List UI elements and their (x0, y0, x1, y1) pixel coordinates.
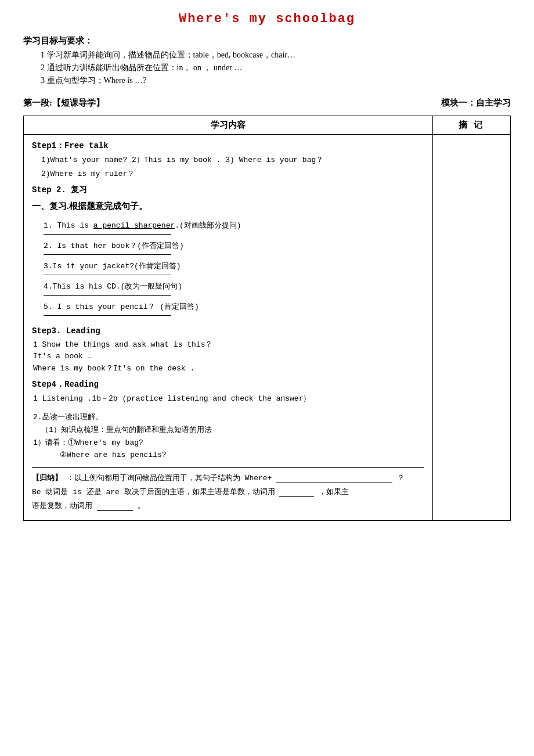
summary-section: 【归纳】 ：以上例句都用于询问物品位置用于，其句子结构为 Where+ ？ Be… (32, 467, 424, 511)
summary-title: 【归纳】 (32, 474, 62, 483)
ex2-answer-line (44, 254, 171, 255)
ex3-text: 3.Is it your jacket?(作肯定回答) (44, 262, 181, 271)
step4-line-4: （1）知识点梳理：重点句的翻译和重点短语的用法 (32, 424, 424, 435)
ex1-suffix: .(对画线部分提问) (175, 221, 241, 230)
objectives-title: 学习目标与要求： (23, 35, 511, 46)
ex2-text: 2. Is that her book？(作否定回答) (44, 242, 184, 250)
step2-subtitle: 一、复习.根据题意完成句子。 (32, 201, 424, 212)
objectives-section: 学习目标与要求： 1 学习新单词并能询问，描述物品的位置；table，bed, … (23, 35, 511, 86)
table-header-content: 学习内容 (24, 116, 433, 135)
exercise-2: 2. Is that her book？(作否定回答) (44, 240, 424, 251)
summary-text3: ，如果主 (319, 488, 349, 496)
page-title: Where's my schoolbag (23, 12, 511, 26)
ex4-text: 4.This is his CD.(改为一般疑问句) (44, 282, 182, 291)
summary-end: 。 (138, 502, 145, 510)
summary-text4: 语是复数，动词用 (32, 502, 92, 510)
note-cell (432, 135, 510, 521)
summary-fill1 (276, 474, 392, 483)
summary-fill2 (279, 488, 314, 497)
summary-line-1: 【归纳】 ：以上例句都用于询问物品位置用于，其句子结构为 Where+ ？ (32, 473, 424, 483)
summary-fill3 (97, 502, 133, 511)
step1-item-1: 1)What's your name? 2）This is my book . … (32, 154, 424, 165)
step4-spacer (32, 406, 424, 412)
section-header-left: 第一段:【短课导学】 (23, 98, 104, 109)
step2-title: Step 2. 复习 (32, 185, 424, 195)
exercise-5: 5. I s this your pencil？ (肯定回答) (44, 301, 424, 312)
ex5-answer-line (44, 315, 171, 316)
step3-section: Step3. Leading 1 Show the things and ask… (32, 326, 424, 373)
ex3-answer-line (44, 275, 171, 275)
section-header-right: 模块一：自主学习 (441, 98, 511, 109)
objective-2: 2 通过听力训练能听出物品所在位置：in， on ， under … (41, 63, 511, 73)
exercise-3: 3.Is it your jacket?(作肯定回答) (44, 261, 424, 271)
ex1-num: 1. This is (44, 221, 93, 230)
ex1-underline: a pencil sharpener (93, 221, 175, 230)
step2-section: Step 2. 复习 一、复习.根据题意完成句子。 1. This is a p… (32, 185, 424, 316)
step1-item-2: 2)Where is my ruler？ (32, 168, 424, 179)
summary-text2: Be 动词是 is 还是 are 取决于后面的主语，如果主语是单数，动词用 (32, 488, 275, 496)
exercise-1: 1. This is a pencil sharpener.(对画线部分提问) (44, 220, 424, 231)
objectives-list: 1 学习新单词并能询问，描述物品的位置；table，bed, bookcase，… (23, 50, 511, 86)
ex1-answer-line (44, 234, 171, 235)
step4-line-6: ②Where are his pencils? (32, 450, 424, 459)
summary-text1: ：以上例句都用于询问物品位置用于，其句子结构为 Where+ (67, 474, 272, 483)
main-table: 学习内容 摘 记 Step1：Free talk 1)What's your n… (23, 116, 511, 521)
step1-section: Step1：Free talk 1)What's your name? 2）Th… (32, 141, 424, 179)
step4-line-5: 1）请看：①Where's my bag? (32, 437, 424, 448)
step4-title: Step4．Reading (32, 379, 424, 390)
step4-section: Step4．Reading 1 Listening .1b－2b (practi… (32, 379, 424, 459)
exercise-4: 4.This is his CD.(改为一般疑问句) (44, 281, 424, 291)
summary-line-3: 语是复数，动词用 。 (32, 501, 424, 511)
ex4-answer-line (44, 295, 171, 296)
step3-line-2: It's a book … (32, 352, 424, 361)
step3-line-1: 1 Show the things and ask what is this？ (32, 339, 424, 350)
objective-1: 1 学习新单词并能询问，描述物品的位置；table，bed, bookcase，… (41, 50, 511, 60)
section-header: 第一段:【短课导学】 模块一：自主学习 (23, 98, 511, 109)
ex5-text: 5. I s this your pencil？ (肯定回答) (44, 303, 199, 311)
step4-line-1: 1 Listening .1b－2b (practice listening a… (32, 393, 424, 404)
summary-line-2: Be 动词是 is 还是 are 取决于后面的主语，如果主语是单数，动词用 ，如… (32, 487, 424, 497)
objective-3: 3 重点句型学习；Where is …? (41, 75, 511, 86)
table-header-note: 摘 记 (432, 116, 510, 135)
step4-line-3: 2.品读一读出理解。 (32, 412, 424, 422)
main-content-cell: Step1：Free talk 1)What's your name? 2）Th… (24, 135, 433, 521)
summary-q: ？ (397, 474, 405, 483)
step3-line-3: Where is my book？It's on the desk . (32, 363, 424, 373)
step3-title: Step3. Leading (32, 326, 424, 336)
step1-title: Step1：Free talk (32, 141, 424, 151)
